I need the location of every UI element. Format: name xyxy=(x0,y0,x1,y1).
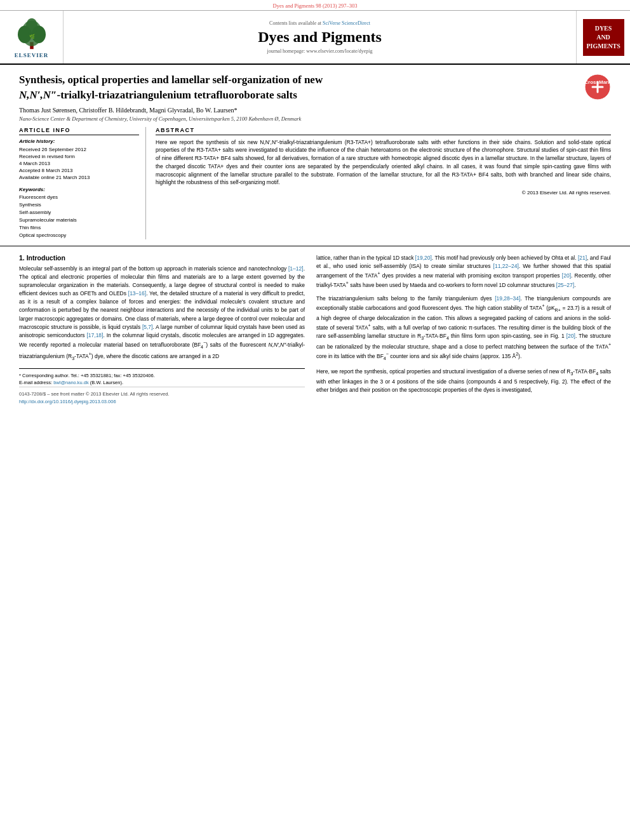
body-left-col: 1. Introduction Molecular self-assembly … xyxy=(19,254,305,409)
elsevier-wordmark: ELSEVIER xyxy=(15,52,49,58)
ref-25-27[interactable]: [25–27] xyxy=(556,282,574,288)
abstract-col: ABSTRACT Here we report the synthesis of… xyxy=(156,127,611,239)
footnote-star: * Corresponding author. Tel.: +45 353218… xyxy=(19,372,305,379)
ref-17-18[interactable]: [17,18] xyxy=(86,332,103,338)
intro-para-4: Here, we report the synthesis, optical p… xyxy=(316,368,611,394)
history-label: Article history: xyxy=(19,138,139,144)
keyword-2: Synthesis xyxy=(19,201,139,209)
history-received: Received 26 September 2012 xyxy=(19,146,139,153)
svg-point-4 xyxy=(25,18,37,35)
history-accepted: Accepted 8 March 2013 xyxy=(19,167,139,174)
keyword-3: Self-assembly xyxy=(19,209,139,217)
history-revised: Received in revised form xyxy=(19,153,139,160)
journal-issue-info: Dyes and Pigments 98 (2013) 297–303 xyxy=(273,3,358,9)
ref-19-28-34[interactable]: [19,28–34] xyxy=(495,295,520,302)
ref-20b[interactable]: [20] xyxy=(562,272,571,279)
elsevier-logo: 🌿 ELSEVIER xyxy=(13,16,51,58)
footnotes-section: * Corresponding author. Tel.: +45 353218… xyxy=(19,368,305,387)
elsevier-tree-icon: 🌿 xyxy=(13,16,51,51)
intro-para-3: The triazatriangulenium salts belong to … xyxy=(316,295,611,363)
body-right-col: lattice, rather than in the typical 1D s… xyxy=(316,254,611,409)
article-meta-section: ARTICLE INFO Article history: Received 2… xyxy=(19,127,611,239)
abstract-text: Here we report the synthesis of six new … xyxy=(156,138,611,187)
sciverse-link[interactable]: SciVerse ScienceDirect xyxy=(323,20,370,26)
journal-homepage: journal homepage: www.elsevier.com/locat… xyxy=(267,48,372,54)
crossmark-icon: CrossMark xyxy=(584,74,611,100)
keywords-section: Keywords: Fluorescent dyes Synthesis Sel… xyxy=(19,187,139,239)
doi-link[interactable]: http://dx.doi.org/10.1016/j.dyepig.2013.… xyxy=(19,399,116,404)
article-info-col: ARTICLE INFO Article history: Received 2… xyxy=(19,127,146,239)
journal-header-center: Contents lists available at SciVerse Sci… xyxy=(64,11,576,63)
journal-header: 🌿 ELSEVIER Contents lists available at S… xyxy=(0,11,630,65)
intro-para-1: Molecular self-assembly is an integral p… xyxy=(19,265,305,363)
footnote-email: E-mail address: bwl@nano.ku.dk (B.W. Lau… xyxy=(19,379,305,386)
bottom-bar: 0143-7208/$ – see front matter © 2013 El… xyxy=(19,387,305,409)
ref-5-7[interactable]: [5,7] xyxy=(142,324,153,330)
copyright-line: © 2013 Elsevier Ltd. All rights reserved… xyxy=(156,190,611,196)
keywords-label: Keywords: xyxy=(19,187,139,192)
ref-21[interactable]: [21] xyxy=(578,255,587,261)
article-info-heading: ARTICLE INFO xyxy=(19,127,139,135)
crossmark-badge[interactable]: CrossMark xyxy=(584,74,611,102)
article-content: Synthesis, optical properties and lamell… xyxy=(0,65,630,246)
article-affiliation: Nano-Science Center & Department of Chem… xyxy=(19,116,611,122)
history-online: Available online 21 March 2013 xyxy=(19,174,139,181)
history-revised2: 4 March 2013 xyxy=(19,160,139,167)
keyword-4: Supramolecular materials xyxy=(19,217,139,224)
ref-20c[interactable]: [20] xyxy=(566,333,575,339)
ref-13-16[interactable]: [13–16] xyxy=(128,290,146,297)
doi-text: http://dx.doi.org/10.1016/j.dyepig.2013.… xyxy=(19,398,305,406)
body-content: 1. Introduction Molecular self-assembly … xyxy=(0,246,630,415)
elsevier-logo-container: 🌿 ELSEVIER xyxy=(0,11,64,63)
journal-right-logo: DYES AND PIGMENTS xyxy=(576,11,630,63)
article-authors: Thomas Just Sørensen, Christoffer B. Hil… xyxy=(19,107,611,114)
ref-19-20[interactable]: [19,20] xyxy=(415,255,432,261)
journal-title: Dyes and Pigments xyxy=(258,29,382,46)
intro-para-2: lattice, rather than in the typical 1D s… xyxy=(316,254,611,290)
keyword-5: Thin films xyxy=(19,224,139,232)
email-link[interactable]: bwl@nano.ku.dk xyxy=(53,380,89,385)
article-title-section: Synthesis, optical properties and lamell… xyxy=(19,72,611,103)
keyword-6: Optical spectroscopy xyxy=(19,232,139,239)
introduction-title: 1. Introduction xyxy=(19,254,305,262)
abstract-heading: ABSTRACT xyxy=(156,127,611,135)
sciverse-line: Contents lists available at SciVerse Sci… xyxy=(269,20,370,26)
dyes-pigments-badge: DYES AND PIGMENTS xyxy=(583,19,624,56)
journal-top-bar: Dyes and Pigments 98 (2013) 297–303 xyxy=(0,0,630,11)
issn-text: 0143-7208/$ – see front matter © 2013 El… xyxy=(19,390,305,398)
keyword-1: Fluorescent dyes xyxy=(19,194,139,201)
article-title: Synthesis, optical properties and lamell… xyxy=(19,72,578,103)
ref-1-12[interactable]: [1–12] xyxy=(288,265,304,272)
svg-text:🌿: 🌿 xyxy=(29,34,35,39)
ref-11-22-24[interactable]: [11,22–24] xyxy=(493,263,519,269)
